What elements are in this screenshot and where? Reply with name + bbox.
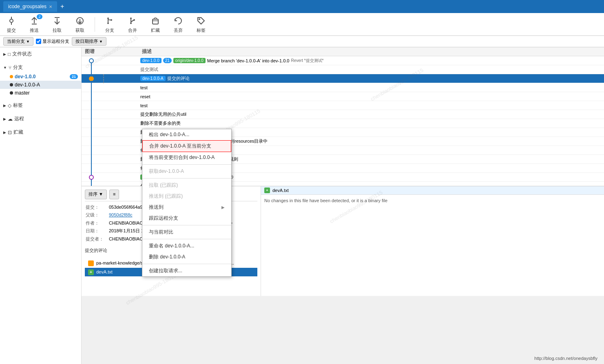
file-diff-add-icon: + [264, 188, 270, 193]
branch-item-dev-1.0.0-A[interactable]: dev-1.0.0-A [0, 81, 81, 89]
desc-col-3: test [139, 85, 604, 90]
collapse-arrow-stash: ▶ [3, 130, 6, 135]
commit-row-6[interactable]: 提交删除无用的公共util [82, 110, 604, 119]
commit-icon [6, 15, 17, 26]
svg-point-0 [10, 19, 13, 22]
pull-button[interactable]: 拉取 [49, 15, 65, 33]
author-label: 作者： [86, 220, 108, 227]
tag-dev-1.0.0-A: dev-1.0.0-A [140, 76, 166, 81]
commit-desc-5: test [140, 103, 148, 108]
fetch-button[interactable]: 获取 [72, 15, 88, 33]
stash-button[interactable]: 贮藏 [147, 15, 164, 33]
collapse-arrow-branch: ▼ [3, 66, 7, 70]
context-menu-rebase[interactable]: 将当前变更衍合到 dev-1.0.0-A [142, 152, 231, 163]
tag-label: 标签 [197, 27, 206, 33]
graph-col-5 [82, 101, 139, 110]
commit-row-1[interactable]: dev-1.0.0 21 origin/dev-1.0.0 Merge bran… [82, 56, 604, 65]
title-bar: icode_groupsales ✕ + [0, 0, 604, 13]
push-badge: 2 [37, 14, 42, 19]
context-menu-rebase-label: 将当前变更衍合到 dev-1.0.0-A [149, 154, 215, 161]
commit-button[interactable]: 提交 [3, 15, 20, 33]
active-branch-dot [10, 75, 13, 78]
branch-label: 分支 [105, 27, 114, 33]
remote-label: 远程 [14, 115, 24, 122]
commit-desc-7: 删除不需要多余的类 [140, 120, 181, 126]
show-remote-checkbox-label[interactable]: 显示远程分支 [36, 38, 69, 44]
context-menu-compare[interactable]: 与当前对比 [142, 227, 231, 238]
tab-close-button[interactable]: ✕ [49, 4, 52, 9]
sort-dropdown-arrow: ▼ [99, 40, 103, 44]
sidebar-section-stash: ▶ ⊡ 贮藏 [0, 126, 81, 139]
push-button[interactable]: 2 推送 [26, 15, 42, 33]
collapse-arrow-tags: ▶ [3, 104, 6, 108]
context-menu-compare-label: 与当前对比 [149, 229, 173, 236]
context-menu-pr[interactable]: 创建拉取请求... [142, 265, 231, 276]
file-name-2: devA.txt [96, 269, 113, 276]
desc-col-6: 提交删除无用的公共util [139, 111, 604, 117]
branch-section-label: 分支 [13, 64, 23, 71]
collapse-arrow-remote: ▶ [3, 117, 6, 121]
sort-btn-arrow: ▼ [99, 191, 103, 198]
sidebar-header-stash[interactable]: ▶ ⊡ 贮藏 [0, 127, 81, 137]
commit-desc-3: test [140, 85, 148, 90]
list-view-icon: ≡ [113, 191, 115, 198]
merge-button[interactable]: 合并 [124, 15, 141, 33]
tags-icon: ◇ [8, 103, 11, 108]
commit-row-5[interactable]: test [82, 101, 604, 110]
sort-by-date-btn[interactable]: 按日期排序 ▼ [72, 37, 106, 46]
commit-row-line2[interactable]: 提交测试 [82, 65, 604, 74]
branch-item-master[interactable]: master [0, 89, 81, 97]
commit-revert-tag: Revert *提交测试* [291, 58, 323, 64]
sort-label: 按日期排序 [75, 38, 98, 44]
file-diff-filename: devA.txt [272, 188, 289, 193]
context-menu-push-to-label: 推送到 [149, 204, 164, 211]
desc-col-4: reset [139, 94, 604, 99]
commit-row-7[interactable]: 删除不需要多余的类 [82, 119, 604, 128]
sidebar-header-tags[interactable]: ▶ ◇ 标签 [0, 100, 81, 110]
context-menu-pull-tracked-label: 拉取 (已跟踪) [149, 182, 178, 189]
context-menu-delete[interactable]: 删除 dev-1.0.0-A [142, 251, 231, 263]
commit-row-3[interactable]: test [82, 83, 604, 92]
parent-hash-link[interactable]: 9050d2f88c [109, 212, 133, 217]
context-menu-rename[interactable]: 重命名 dev-1.0.0-A... [142, 240, 231, 251]
toolbar: 提交 2 推送 拉取 获取 分支 合并 [0, 13, 604, 36]
new-tab-button[interactable]: + [60, 3, 64, 10]
graph-col-1 [82, 56, 139, 65]
commit-row-2[interactable]: dev-1.0.0-A 提交的评论 [82, 74, 604, 83]
sidebar-header-branch[interactable]: ▼ ⑂ 分支 [0, 62, 81, 73]
branch-dot-master [10, 91, 13, 95]
discard-button[interactable]: 丢弃 [170, 15, 186, 33]
graph-col-3 [82, 83, 139, 92]
branch-dot-dev-1.0.0-A [10, 83, 13, 86]
branch-item-dev-1.0.0[interactable]: dev-1.0.0 21 [0, 73, 81, 81]
commit-desc-4: reset [140, 94, 150, 99]
branch-section-icon: ⑂ [9, 65, 11, 71]
svg-point-17 [89, 59, 93, 63]
graph-col-13 [82, 173, 139, 182]
list-view-btn[interactable]: ≡ [109, 190, 119, 199]
tag-dev-1.0.0: dev-1.0.0 [140, 58, 162, 63]
commit-row-4[interactable]: reset [82, 92, 604, 101]
tag-button[interactable]: 标签 [193, 15, 209, 33]
context-menu-checkout[interactable]: 检出 dev-1.0.0-A... [142, 129, 231, 140]
active-tab[interactable]: icode_groupsales ✕ [3, 1, 57, 12]
context-menu-push-to[interactable]: 推送到 ▶ [142, 202, 231, 213]
sidebar-header-remote[interactable]: ▶ ☁ 远程 [0, 114, 81, 124]
separator-1 [95, 17, 95, 32]
svg-point-20 [89, 77, 93, 81]
desc-col-7: 删除不需要多余的类 [139, 120, 604, 126]
svg-point-16 [199, 18, 200, 20]
show-remote-checkbox[interactable] [36, 39, 41, 44]
collapse-arrow-file-status: ▶ [3, 52, 6, 56]
current-branch-btn[interactable]: 当前分支 ▼ [3, 37, 33, 46]
sidebar-header-file-status[interactable]: ▶ □ 文件状态 [0, 49, 81, 59]
branch-button[interactable]: 分支 [102, 15, 118, 33]
context-menu-merge[interactable]: 合并 dev-1.0.0-A 至当前分支 [142, 140, 231, 152]
sidebar-section-tags: ▶ ◇ 标签 [0, 99, 81, 112]
context-menu-track-remote[interactable]: 跟踪远程分支 [142, 213, 231, 224]
commit-desc-2: 提交的评论 [167, 75, 190, 82]
graph-col-4 [82, 92, 139, 101]
context-menu-sep2 [142, 178, 231, 179]
desc-col-1: dev-1.0.0 21 origin/dev-1.0.0 Merge bran… [139, 58, 604, 64]
sort-btn-2[interactable]: 排序 ▼ [85, 190, 107, 199]
